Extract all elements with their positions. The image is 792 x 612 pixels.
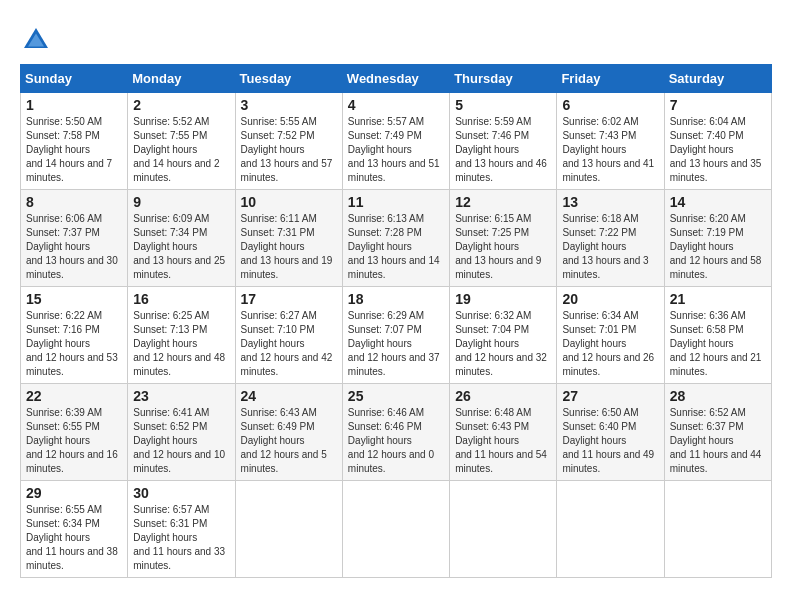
- column-header-thursday: Thursday: [450, 65, 557, 93]
- day-cell-12: 12 Sunrise: 6:15 AM Sunset: 7:25 PM Dayl…: [450, 190, 557, 287]
- column-header-saturday: Saturday: [664, 65, 771, 93]
- day-cell-16: 16 Sunrise: 6:25 AM Sunset: 7:13 PM Dayl…: [128, 287, 235, 384]
- day-number: 15: [26, 291, 122, 307]
- day-info: Sunrise: 5:59 AM Sunset: 7:46 PM Dayligh…: [455, 115, 551, 185]
- day-cell-6: 6 Sunrise: 6:02 AM Sunset: 7:43 PM Dayli…: [557, 93, 664, 190]
- day-cell-28: 28 Sunrise: 6:52 AM Sunset: 6:37 PM Dayl…: [664, 384, 771, 481]
- day-number: 3: [241, 97, 337, 113]
- day-info: Sunrise: 6:29 AM Sunset: 7:07 PM Dayligh…: [348, 309, 444, 379]
- page-header: [20, 20, 772, 56]
- day-cell-13: 13 Sunrise: 6:18 AM Sunset: 7:22 PM Dayl…: [557, 190, 664, 287]
- week-row-5: 29 Sunrise: 6:55 AM Sunset: 6:34 PM Dayl…: [21, 481, 772, 578]
- day-cell-20: 20 Sunrise: 6:34 AM Sunset: 7:01 PM Dayl…: [557, 287, 664, 384]
- day-number: 7: [670, 97, 766, 113]
- logo: [20, 24, 56, 56]
- day-number: 10: [241, 194, 337, 210]
- day-cell-29: 29 Sunrise: 6:55 AM Sunset: 6:34 PM Dayl…: [21, 481, 128, 578]
- logo-icon: [20, 24, 52, 56]
- column-header-tuesday: Tuesday: [235, 65, 342, 93]
- week-row-1: 1 Sunrise: 5:50 AM Sunset: 7:58 PM Dayli…: [21, 93, 772, 190]
- day-info: Sunrise: 5:57 AM Sunset: 7:49 PM Dayligh…: [348, 115, 444, 185]
- day-cell-23: 23 Sunrise: 6:41 AM Sunset: 6:52 PM Dayl…: [128, 384, 235, 481]
- day-cell-26: 26 Sunrise: 6:48 AM Sunset: 6:43 PM Dayl…: [450, 384, 557, 481]
- day-number: 5: [455, 97, 551, 113]
- empty-cell: [235, 481, 342, 578]
- day-cell-25: 25 Sunrise: 6:46 AM Sunset: 6:46 PM Dayl…: [342, 384, 449, 481]
- day-cell-30: 30 Sunrise: 6:57 AM Sunset: 6:31 PM Dayl…: [128, 481, 235, 578]
- day-info: Sunrise: 6:22 AM Sunset: 7:16 PM Dayligh…: [26, 309, 122, 379]
- day-info: Sunrise: 5:52 AM Sunset: 7:55 PM Dayligh…: [133, 115, 229, 185]
- day-number: 29: [26, 485, 122, 501]
- day-cell-2: 2 Sunrise: 5:52 AM Sunset: 7:55 PM Dayli…: [128, 93, 235, 190]
- day-info: Sunrise: 6:13 AM Sunset: 7:28 PM Dayligh…: [348, 212, 444, 282]
- day-info: Sunrise: 6:18 AM Sunset: 7:22 PM Dayligh…: [562, 212, 658, 282]
- week-row-2: 8 Sunrise: 6:06 AM Sunset: 7:37 PM Dayli…: [21, 190, 772, 287]
- day-cell-27: 27 Sunrise: 6:50 AM Sunset: 6:40 PM Dayl…: [557, 384, 664, 481]
- day-info: Sunrise: 6:27 AM Sunset: 7:10 PM Dayligh…: [241, 309, 337, 379]
- day-info: Sunrise: 6:04 AM Sunset: 7:40 PM Dayligh…: [670, 115, 766, 185]
- day-cell-7: 7 Sunrise: 6:04 AM Sunset: 7:40 PM Dayli…: [664, 93, 771, 190]
- day-info: Sunrise: 6:43 AM Sunset: 6:49 PM Dayligh…: [241, 406, 337, 476]
- empty-cell: [664, 481, 771, 578]
- day-number: 6: [562, 97, 658, 113]
- day-cell-21: 21 Sunrise: 6:36 AM Sunset: 6:58 PM Dayl…: [664, 287, 771, 384]
- day-cell-18: 18 Sunrise: 6:29 AM Sunset: 7:07 PM Dayl…: [342, 287, 449, 384]
- day-info: Sunrise: 6:52 AM Sunset: 6:37 PM Dayligh…: [670, 406, 766, 476]
- day-number: 14: [670, 194, 766, 210]
- day-number: 19: [455, 291, 551, 307]
- day-info: Sunrise: 6:50 AM Sunset: 6:40 PM Dayligh…: [562, 406, 658, 476]
- day-info: Sunrise: 6:55 AM Sunset: 6:34 PM Dayligh…: [26, 503, 122, 573]
- day-info: Sunrise: 6:36 AM Sunset: 6:58 PM Dayligh…: [670, 309, 766, 379]
- column-header-friday: Friday: [557, 65, 664, 93]
- day-cell-10: 10 Sunrise: 6:11 AM Sunset: 7:31 PM Dayl…: [235, 190, 342, 287]
- day-info: Sunrise: 6:25 AM Sunset: 7:13 PM Dayligh…: [133, 309, 229, 379]
- day-info: Sunrise: 6:39 AM Sunset: 6:55 PM Dayligh…: [26, 406, 122, 476]
- day-cell-11: 11 Sunrise: 6:13 AM Sunset: 7:28 PM Dayl…: [342, 190, 449, 287]
- day-number: 11: [348, 194, 444, 210]
- header-row: SundayMondayTuesdayWednesdayThursdayFrid…: [21, 65, 772, 93]
- day-number: 30: [133, 485, 229, 501]
- day-number: 18: [348, 291, 444, 307]
- day-number: 2: [133, 97, 229, 113]
- day-number: 28: [670, 388, 766, 404]
- day-number: 21: [670, 291, 766, 307]
- day-number: 4: [348, 97, 444, 113]
- day-number: 16: [133, 291, 229, 307]
- day-info: Sunrise: 6:15 AM Sunset: 7:25 PM Dayligh…: [455, 212, 551, 282]
- day-info: Sunrise: 6:48 AM Sunset: 6:43 PM Dayligh…: [455, 406, 551, 476]
- day-number: 12: [455, 194, 551, 210]
- day-number: 1: [26, 97, 122, 113]
- day-info: Sunrise: 6:46 AM Sunset: 6:46 PM Dayligh…: [348, 406, 444, 476]
- column-header-wednesday: Wednesday: [342, 65, 449, 93]
- empty-cell: [557, 481, 664, 578]
- day-cell-4: 4 Sunrise: 5:57 AM Sunset: 7:49 PM Dayli…: [342, 93, 449, 190]
- column-header-sunday: Sunday: [21, 65, 128, 93]
- day-number: 23: [133, 388, 229, 404]
- day-cell-19: 19 Sunrise: 6:32 AM Sunset: 7:04 PM Dayl…: [450, 287, 557, 384]
- day-info: Sunrise: 6:57 AM Sunset: 6:31 PM Dayligh…: [133, 503, 229, 573]
- calendar-table: SundayMondayTuesdayWednesdayThursdayFrid…: [20, 64, 772, 578]
- day-info: Sunrise: 6:09 AM Sunset: 7:34 PM Dayligh…: [133, 212, 229, 282]
- day-info: Sunrise: 6:11 AM Sunset: 7:31 PM Dayligh…: [241, 212, 337, 282]
- week-row-4: 22 Sunrise: 6:39 AM Sunset: 6:55 PM Dayl…: [21, 384, 772, 481]
- day-cell-9: 9 Sunrise: 6:09 AM Sunset: 7:34 PM Dayli…: [128, 190, 235, 287]
- day-cell-15: 15 Sunrise: 6:22 AM Sunset: 7:16 PM Dayl…: [21, 287, 128, 384]
- day-cell-3: 3 Sunrise: 5:55 AM Sunset: 7:52 PM Dayli…: [235, 93, 342, 190]
- day-cell-22: 22 Sunrise: 6:39 AM Sunset: 6:55 PM Dayl…: [21, 384, 128, 481]
- empty-cell: [450, 481, 557, 578]
- day-number: 25: [348, 388, 444, 404]
- day-cell-5: 5 Sunrise: 5:59 AM Sunset: 7:46 PM Dayli…: [450, 93, 557, 190]
- day-info: Sunrise: 6:02 AM Sunset: 7:43 PM Dayligh…: [562, 115, 658, 185]
- day-cell-8: 8 Sunrise: 6:06 AM Sunset: 7:37 PM Dayli…: [21, 190, 128, 287]
- day-info: Sunrise: 6:34 AM Sunset: 7:01 PM Dayligh…: [562, 309, 658, 379]
- day-number: 8: [26, 194, 122, 210]
- day-info: Sunrise: 5:50 AM Sunset: 7:58 PM Dayligh…: [26, 115, 122, 185]
- day-number: 22: [26, 388, 122, 404]
- day-number: 26: [455, 388, 551, 404]
- day-info: Sunrise: 6:20 AM Sunset: 7:19 PM Dayligh…: [670, 212, 766, 282]
- day-number: 24: [241, 388, 337, 404]
- day-cell-1: 1 Sunrise: 5:50 AM Sunset: 7:58 PM Dayli…: [21, 93, 128, 190]
- column-header-monday: Monday: [128, 65, 235, 93]
- day-info: Sunrise: 5:55 AM Sunset: 7:52 PM Dayligh…: [241, 115, 337, 185]
- day-info: Sunrise: 6:06 AM Sunset: 7:37 PM Dayligh…: [26, 212, 122, 282]
